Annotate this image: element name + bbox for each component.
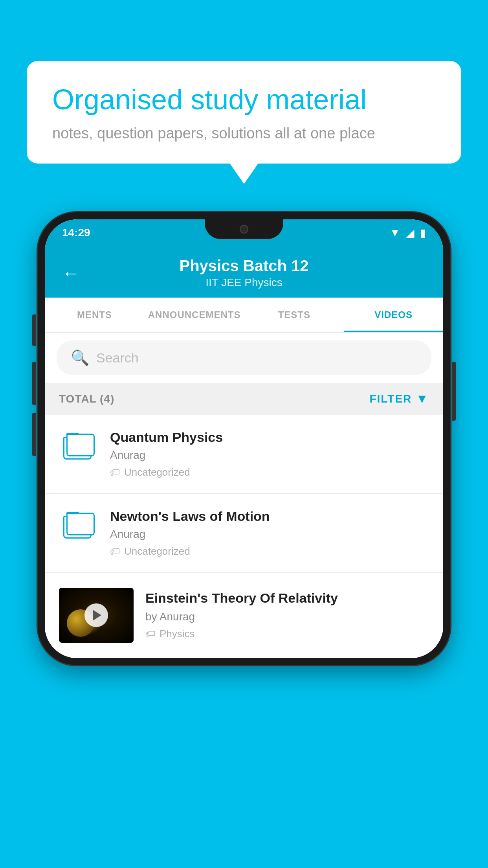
wifi-icon: ▼ [389,226,400,239]
header-title: Physics Batch 12 [179,257,308,275]
video-author: Anurag [110,449,429,462]
app-header: ← Physics Batch 12 IIT JEE Physics [45,246,443,298]
video-info: Einstein's Theory Of Relativity by Anura… [145,588,429,640]
tab-tests[interactable]: TESTS [244,298,344,332]
folder-front [66,434,95,456]
header-center: Physics Batch 12 IIT JEE Physics [179,257,308,289]
search-bar[interactable]: 🔍 Search [57,340,431,375]
filter-button[interactable]: FILTER ▼ [369,392,429,406]
phone-screen: 14:29 ▼ ◢ ▮ ← Physics Batch 12 IIT JEE P… [45,219,443,658]
video-tag: 🏷 Physics [145,628,429,640]
folder-icon [63,512,94,539]
filter-label: FILTER [369,393,412,405]
front-camera [240,225,248,234]
tab-videos[interactable]: VIDEOS [344,298,443,332]
video-icon-container [59,430,98,460]
video-title: Quantum Physics [110,430,429,445]
signal-icon: ◢ [406,226,415,239]
tag-label: Uncategorized [124,466,190,478]
tag-label: Uncategorized [124,545,190,557]
play-icon [93,610,101,621]
search-placeholder: Search [96,350,139,366]
list-item[interactable]: Quantum Physics Anurag 🏷 Uncategorized [45,415,443,494]
filter-row: TOTAL (4) FILTER ▼ [45,383,443,415]
total-count: TOTAL (4) [59,393,114,405]
phone-outer: 14:29 ▼ ◢ ▮ ← Physics Batch 12 IIT JEE P… [38,212,450,665]
video-author: Anurag [110,528,429,541]
back-button[interactable]: ← [62,263,79,283]
video-author: by Anurag [145,611,429,623]
volume-up-button[interactable] [32,362,36,405]
video-list: Quantum Physics Anurag 🏷 Uncategorized [45,415,443,658]
tab-announcements[interactable]: ANNOUNCEMENTS [144,298,245,332]
video-info: Quantum Physics Anurag 🏷 Uncategorized [110,430,429,478]
video-thumbnail [59,588,134,643]
speech-bubble-container: Organised study material notes, question… [27,61,461,164]
folder-icon [63,433,94,460]
tag-icon: 🏷 [145,628,156,640]
tab-bar: MENTS ANNOUNCEMENTS TESTS VIDEOS [45,298,443,333]
filter-icon: ▼ [416,392,429,406]
tag-icon: 🏷 [110,466,120,478]
list-item[interactable]: Newton's Laws of Motion Anurag 🏷 Uncateg… [45,494,443,573]
status-icons: ▼ ◢ ▮ [389,226,426,239]
tab-ments[interactable]: MENTS [45,298,144,332]
battery-icon: ▮ [420,226,426,239]
folder-front [66,513,95,535]
video-tag: 🏷 Uncategorized [110,545,429,557]
speech-bubble-title: Organised study material [52,83,436,116]
power-button[interactable] [452,362,456,421]
tag-label: Physics [160,628,195,640]
video-title: Newton's Laws of Motion [110,509,429,524]
search-bar-wrapper: 🔍 Search [45,333,443,383]
header-subtitle: IIT JEE Physics [179,276,308,289]
notch [205,219,283,239]
speech-bubble: Organised study material notes, question… [27,61,461,164]
tag-icon: 🏷 [110,545,120,557]
status-bar: 14:29 ▼ ◢ ▮ [45,219,443,246]
speech-bubble-subtitle: notes, question papers, solutions all at… [52,125,436,142]
play-button[interactable] [84,603,108,627]
video-info: Newton's Laws of Motion Anurag 🏷 Uncateg… [110,509,429,557]
video-tag: 🏷 Uncategorized [110,466,429,478]
list-item[interactable]: Einstein's Theory Of Relativity by Anura… [45,573,443,658]
status-time: 14:29 [62,226,90,239]
video-title: Einstein's Theory Of Relativity [145,589,429,607]
volume-down-button[interactable] [32,413,36,456]
phone-wrapper: 14:29 ▼ ◢ ▮ ← Physics Batch 12 IIT JEE P… [38,212,450,665]
video-icon-container [59,509,98,539]
search-icon: 🔍 [71,349,89,366]
